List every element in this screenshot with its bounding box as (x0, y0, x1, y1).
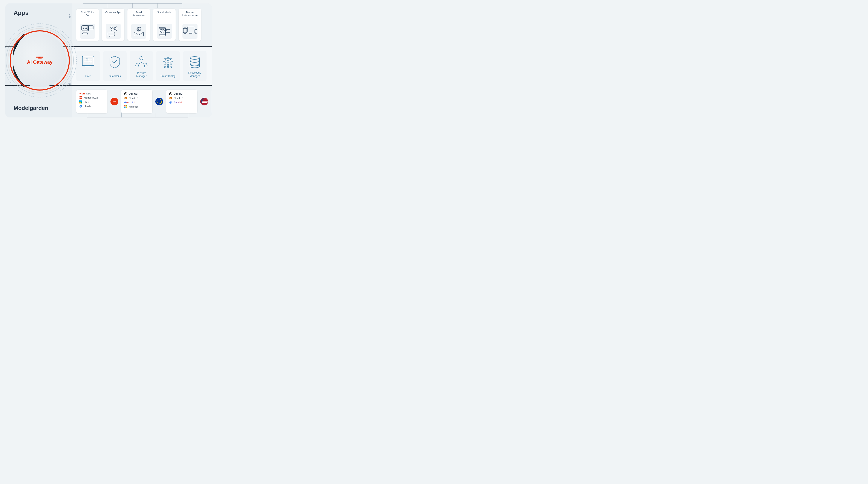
svg-point-69 (165, 58, 171, 64)
svg-point-90 (190, 63, 199, 65)
svg-point-19 (85, 28, 86, 29)
privacy-title: Privacy Manager (132, 71, 151, 78)
svg-rect-105 (79, 102, 81, 104)
knowledge-title: Knowledge Manager (185, 71, 205, 78)
svg-line-40 (140, 30, 141, 31)
smart-dialog-icon (160, 54, 176, 70)
svg-point-80 (167, 66, 169, 67)
svg-point-18 (83, 28, 84, 29)
email-icon (131, 24, 146, 39)
svg-rect-100 (81, 96, 82, 97)
circle-inner: VIER AI Gateway (13, 33, 67, 87)
svg-rect-118 (126, 105, 127, 107)
badge-eu (155, 98, 163, 106)
svg-rect-73 (163, 61, 165, 62)
guardrails-icon (107, 54, 123, 70)
svg-point-122 (159, 99, 160, 99)
customer-app-icon (106, 24, 121, 39)
api-label-bottom: API (68, 82, 71, 86)
svg-point-68 (140, 57, 143, 60)
svg-line-41 (140, 27, 141, 28)
svg-point-93 (190, 65, 199, 68)
svg-rect-119 (124, 107, 125, 108)
app-card-social: Social Media (153, 9, 176, 41)
svg-rect-57 (82, 56, 94, 66)
svg-rect-101 (80, 98, 81, 99)
svg-rect-103 (79, 101, 81, 102)
model-vier-nlu: VIER NLU (79, 92, 104, 95)
svg-point-123 (160, 99, 161, 99)
svg-point-138 (170, 102, 171, 103)
left-panel: Apps Modelgarden API API (5, 3, 79, 117)
svg-point-20 (86, 28, 87, 29)
api-label-top: API (68, 14, 71, 18)
gateway-circle: VIER AI Gateway (7, 28, 72, 93)
svg-rect-25 (87, 26, 93, 30)
microsoft-icon-1 (124, 105, 127, 108)
svg-text:m: m (127, 101, 129, 104)
model-card-vier: VIER NLU Mixtral 8x22b (76, 90, 107, 113)
svg-point-64 (87, 59, 88, 60)
model-card-openai1: OpenAI A Claude 3 G e m ini (121, 90, 152, 113)
knowledge-icon (187, 54, 203, 70)
chat-bot-icon (80, 24, 95, 39)
core-title: Core (85, 75, 91, 78)
gateway-brand: VIER (36, 56, 43, 59)
svg-point-130 (157, 102, 157, 103)
svg-point-126 (161, 102, 162, 103)
svg-line-42 (137, 30, 137, 31)
model-card-openai2: OpenAI A Claude 3 Gemini (166, 90, 197, 113)
privacy-icon (133, 54, 150, 70)
llama-label: LLaMa (84, 105, 91, 108)
model-gemini2: Gemini (169, 101, 194, 104)
svg-point-129 (158, 103, 158, 104)
module-privacy: Privacy Manager (130, 51, 153, 81)
svg-rect-99 (80, 96, 81, 97)
svg-point-84 (190, 57, 199, 59)
model-gemini1: G e m ini (124, 101, 149, 104)
svg-point-67 (90, 61, 91, 62)
modelgarden-section: VIER NLU Mixtral 8x22b (72, 86, 212, 117)
phi-label: Phi-3 (84, 101, 89, 103)
core-icon (80, 54, 96, 70)
svg-point-81 (170, 66, 172, 67)
svg-point-128 (159, 104, 160, 104)
anthropic-icon-1: A (124, 96, 127, 99)
model-claude1: A Claude 3 (124, 96, 149, 99)
module-guardrails: Guardrails (103, 51, 127, 81)
svg-rect-106 (81, 102, 82, 104)
svg-point-131 (157, 101, 157, 102)
anthropic-icon-2: A (169, 96, 172, 99)
model-claude2: A Claude 3 (169, 96, 194, 99)
badge-vier: VIER (111, 98, 118, 106)
svg-text:A: A (170, 97, 171, 99)
svg-point-70 (167, 60, 169, 62)
badge-us (200, 98, 208, 106)
svg-rect-72 (167, 64, 169, 66)
mixtral-icon (79, 96, 82, 99)
svg-text:M: M (80, 106, 81, 107)
right-panel: Chat / Voice Bot (72, 3, 212, 117)
openai1-label: OpenAI (129, 92, 137, 95)
svg-point-34 (138, 29, 139, 30)
model-openai1-header: OpenAI (124, 92, 149, 95)
svg-line-39 (137, 27, 137, 28)
svg-rect-31 (108, 32, 115, 36)
mixtral-label: Mixtral 8x22b (84, 96, 98, 99)
module-knowledge: Knowledge Manager (183, 51, 207, 81)
top-connectors (72, 3, 212, 9)
svg-point-124 (161, 100, 162, 101)
microsoft1-label: Microsoft (129, 106, 138, 108)
app-card-device: Device Independence (179, 9, 201, 41)
eu-badge-icon (155, 98, 163, 106)
device-icon (182, 24, 197, 39)
app-card-chat: Chat / Voice Bot (76, 9, 99, 41)
model-phi: Phi-3 (79, 101, 104, 104)
chat-bot-title: Chat / Voice Bot (79, 11, 96, 17)
svg-point-127 (160, 103, 161, 104)
module-smart-dialog: Smart Dialog (156, 51, 180, 81)
openai-icon-1 (124, 92, 127, 95)
svg-text:A: A (125, 97, 126, 99)
svg-point-132 (157, 100, 157, 101)
svg-text:VIER: VIER (113, 101, 116, 103)
